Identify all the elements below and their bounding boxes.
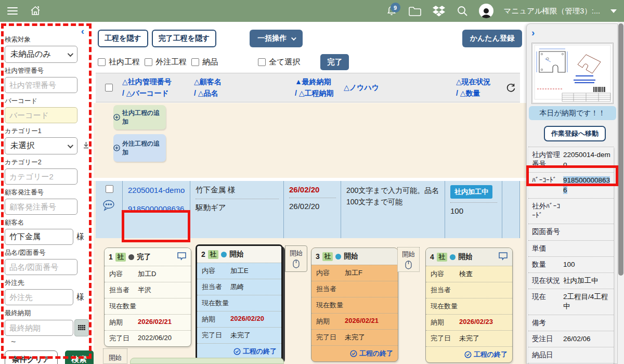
home-icon[interactable] <box>29 5 42 17</box>
internal-no-input[interactable] <box>5 77 77 93</box>
easy-register-button[interactable]: かんたん登録 <box>462 30 522 47</box>
row-qty: 100 <box>450 206 498 215</box>
detail-drawing-no: 図面番号 <box>528 224 614 240</box>
detail-unit-price: 単価 <box>528 241 614 257</box>
process-state: 完了 <box>137 252 151 262</box>
sort-internal-no-barcode[interactable]: △社内管理番号/ △バーコード <box>122 76 190 99</box>
detail-status: 現在状況社内加工中 <box>528 273 614 289</box>
chevron-down-icon <box>68 50 73 56</box>
process-card-3[interactable]: 3 社 開始 内容加工F 担当者 現在数量 納期2026/02/21 完了日未完… <box>311 248 398 362</box>
avatar[interactable] <box>479 4 493 18</box>
calendar-icon[interactable] <box>74 319 89 336</box>
sort-customer-item[interactable]: △顧客名/ △品名 <box>190 76 283 99</box>
row-checkbox[interactable] <box>106 185 113 193</box>
checkbox-delivery[interactable]: 納品 <box>191 57 218 67</box>
end-process-button[interactable]: 工程の終了 <box>311 345 398 361</box>
status-dot-icon <box>335 254 341 259</box>
process-card-2-selected[interactable]: 2 社 開始 内容加工E 担当者黒崎 現在数量 納期2026/02/20 完了日… <box>196 244 283 361</box>
user-menu-label[interactable]: マニュアル権限（管理3）:... <box>504 6 600 16</box>
date-range-tilde: ~ <box>11 337 94 347</box>
row-knowhow[interactable]: 200文字まで入力可能。品名100文字まで可能 <box>346 186 439 206</box>
search-icon[interactable] <box>456 5 469 17</box>
refresh-icon[interactable] <box>502 83 520 93</box>
sort-status-qty[interactable]: △現在状況/ △数量 <box>445 76 502 99</box>
comment-bubble-icon[interactable] <box>102 199 115 213</box>
start-label: 開始 <box>290 249 303 258</box>
vendor-input[interactable] <box>5 289 73 305</box>
barcode-input[interactable] <box>5 107 77 123</box>
caret-down-icon[interactable] <box>610 9 617 13</box>
hide-done-process-button[interactable]: 完了工程を隠す <box>152 30 217 47</box>
circled-check-icon <box>464 351 472 358</box>
add-internal-process-button[interactable]: 社内工程の追加 <box>113 105 166 129</box>
checkbox-select-all[interactable]: 全て選択 <box>258 57 300 67</box>
final-due-input[interactable] <box>5 320 73 336</box>
search-button[interactable]: 検索 <box>65 350 94 364</box>
add-external-process-button[interactable]: 外注工程の追加 <box>113 134 166 162</box>
table-row: 22050014-demo 9185000008636 竹下金属 様 駆動ギア … <box>96 181 520 238</box>
notifications-bell-icon[interactable]: 9 <box>385 5 398 17</box>
search-sidebar: ‹ 検索対象 未納品のみ 社内管理番号 バーコード カテゴリー1 未選択 カテゴ… <box>0 22 94 364</box>
detail-qty: 数量100 <box>528 257 614 273</box>
category2-label: カテゴリー2 <box>5 158 94 167</box>
search-target-select[interactable]: 未納品のみ <box>5 46 77 63</box>
checkbox-label: 社内工程 <box>109 57 140 67</box>
internal-no-link[interactable]: 22050014-demo <box>128 185 186 196</box>
checkbox-icon[interactable] <box>191 58 199 66</box>
process-card-1[interactable]: 1 社 完了 内容加工D 担当者半沢 現在数量 納期2026/02/21 完了日… <box>104 248 191 347</box>
sidebar-collapse-icon[interactable]: ‹ <box>81 26 84 36</box>
checkbox-label: 全て選択 <box>269 57 300 67</box>
checkbox-icon[interactable] <box>145 58 152 66</box>
row-process-due: 26/02/20 <box>289 202 336 211</box>
process-number: 3 <box>316 252 320 261</box>
item-no-input[interactable] <box>5 259 77 275</box>
customer-name-input[interactable] <box>5 229 73 245</box>
circled-check-icon <box>233 348 241 355</box>
done-button[interactable]: 完了 <box>320 54 349 70</box>
customer-suffix: 様 <box>76 232 84 242</box>
topbar: 9 マニュアル権限（管理3）:... <box>0 0 624 22</box>
go-to-work-register-button[interactable]: 作業登録へ移動 <box>544 126 606 141</box>
comment-bubble-icon[interactable] <box>177 252 187 262</box>
table-header: △社内管理番号/ △バーコード △顧客名/ △品名 ▲最終納期/ △工程納期 △… <box>96 73 520 102</box>
checkbox-external-process[interactable]: 外注工程 <box>145 57 187 67</box>
end-process-button[interactable]: 工程の終了 <box>426 346 512 362</box>
barcode-link[interactable]: 9185000008636 <box>128 204 186 214</box>
row-item: 駆動ギア <box>196 203 279 213</box>
bulk-action-button[interactable]: 一括操作 <box>250 30 303 47</box>
hide-process-button[interactable]: 工程を隠す <box>98 30 148 47</box>
comment-bubble-icon[interactable] <box>498 252 508 262</box>
start-process-button[interactable]: 開始 <box>285 245 307 272</box>
clear-conditions-button[interactable]: 条件クリア <box>5 350 58 364</box>
end-process-button[interactable]: 工程の終了 <box>197 343 281 359</box>
detail-external-barcode: 社外ﾊﾞｰｺｰﾄﾞ <box>528 199 614 224</box>
add-external-process-label: 外注工程の追加 <box>122 139 166 157</box>
scroll-to-bottom-icon[interactable] <box>83 141 89 151</box>
detail-notes: 備考 <box>528 315 614 331</box>
status-dot-icon <box>450 254 456 260</box>
folder-icon[interactable] <box>408 5 422 17</box>
checkbox-icon[interactable] <box>258 58 266 66</box>
category2-input[interactable] <box>5 168 77 185</box>
checkbox-internal-process[interactable]: 社内工程 <box>98 57 140 67</box>
panel-collapse-icon[interactable]: › <box>531 27 535 38</box>
customer-order-no-input[interactable] <box>5 199 77 215</box>
drawing-thumbnail[interactable] <box>531 43 614 104</box>
checkbox-icon[interactable] <box>98 58 106 66</box>
sort-knowhow[interactable]: △ノウハウ <box>341 82 445 94</box>
dropbox-icon[interactable] <box>432 5 446 17</box>
detail-current-step: 現在2工程目/4工程中 <box>528 289 614 315</box>
status-dot-icon <box>128 254 134 260</box>
start-process-button[interactable]: 開始 <box>397 247 420 272</box>
category1-select[interactable]: 未選択 <box>5 137 77 154</box>
row-final-due: 26/02/20 <box>289 185 336 194</box>
header-checkbox[interactable] <box>105 84 113 92</box>
process-card-4[interactable]: 4 社 開始 内容検査 担当者 現在数量 納期2026/02/23 完了日未完了… <box>425 248 513 363</box>
due-today-alert: 本日が納期です！！ <box>529 106 616 120</box>
internal-no-label: 社内管理番号 <box>5 67 94 75</box>
start-process-button[interactable]: 開始 <box>103 348 127 364</box>
hamburger-menu-icon[interactable] <box>7 7 18 15</box>
circled-plus-icon <box>113 145 120 151</box>
sort-final-due-process-due[interactable]: ▲最終納期/ △工程納期 <box>283 76 341 99</box>
page-scrollbar-thumb[interactable] <box>618 23 623 276</box>
